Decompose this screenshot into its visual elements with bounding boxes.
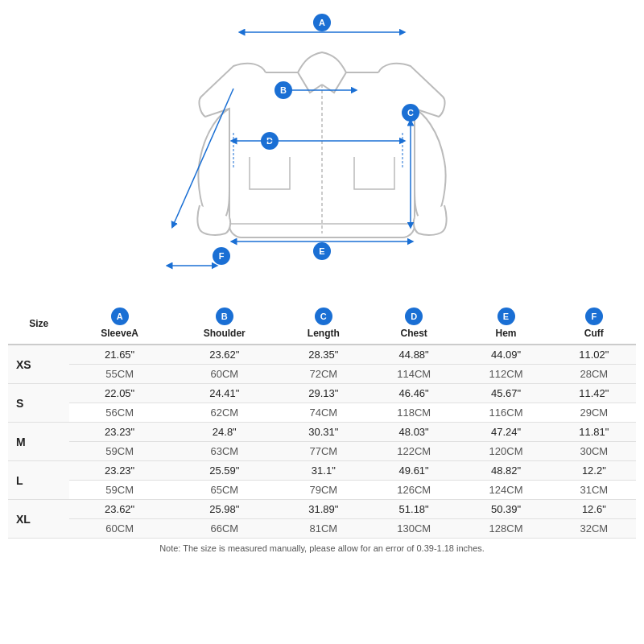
table-row-cm: 55CM60CM72CM114CM112CM28CM [8,365,636,384]
cell-shoulder-cm: 62CM [170,403,279,423]
cell-hem-cm: 116CM [460,403,551,423]
cell-sleeve-cm: 55CM [69,365,170,384]
cell-length-inches: 29.13" [279,384,368,403]
cell-shoulder-cm: 63CM [170,442,279,461]
cell-hem-inches: 48.82" [460,461,551,481]
cell-length-cm: 72CM [279,365,368,384]
col-header-hem: E Hem [460,304,551,345]
cell-shoulder-cm: 60CM [170,365,279,384]
col-header-chest: D Chest [368,304,460,345]
cell-chest-cm: 114CM [368,365,460,384]
cell-cuff-cm: 31CM [552,481,636,500]
badge-c: C [315,308,332,325]
cell-chest-inches: 51.18" [368,500,460,519]
size-table-container: Size A SleeveA B Shoulder [8,304,636,553]
cell-shoulder-cm: 66CM [170,519,279,539]
cell-hem-cm: 128CM [460,519,551,539]
table-row: M23.23"24.8"30.31"48.03"47.24"11.81" [8,423,636,442]
cell-chest-inches: 44.88" [368,345,460,365]
cell-cuff-inches: 12.6" [552,500,636,519]
size-table: Size A SleeveA B Shoulder [8,304,636,539]
table-body: XS21.65"23.62"28.35"44.88"44.09"11.02"55… [8,345,636,539]
size-note: Note: The size is measured manually, ple… [8,543,636,553]
cell-chest-inches: 46.46" [368,384,460,403]
cell-cuff-inches: 11.81" [552,423,636,442]
cell-length-inches: 28.35" [279,345,368,365]
cell-sleeve-cm: 59CM [69,442,170,461]
col-label-sleeve: SleeveA [101,328,138,339]
cell-hem-cm: 124CM [460,481,551,500]
cell-length-cm: 79CM [279,481,368,500]
cell-sleeve-cm: 56CM [69,403,170,423]
col-label-cuff: Cuff [584,328,604,339]
table-header-row: Size A SleeveA B Shoulder [8,304,636,345]
table-row-cm: 59CM63CM77CM122CM120CM30CM [8,442,636,461]
badge-f: F [585,308,603,325]
cell-shoulder-inches: 25.59" [170,461,279,481]
cell-sleeve-cm: 59CM [69,481,170,500]
badge-e: E [497,308,515,325]
cell-cuff-cm: 30CM [552,442,636,461]
cell-cuff-cm: 28CM [552,365,636,384]
cell-sleeve-inches: 21.65" [69,345,170,365]
cell-shoulder-cm: 65CM [170,481,279,500]
cell-sleeve-inches: 23.23" [69,461,170,481]
cell-hem-cm: 120CM [460,442,551,461]
cell-sleeve-inches: 22.05" [69,384,170,403]
col-label-shoulder: Shoulder [204,328,246,339]
col-header-size: Size [8,304,69,345]
table-row: XS21.65"23.62"28.35"44.88"44.09"11.02" [8,345,636,365]
col-header-cuff: F Cuff [552,304,636,345]
cell-chest-cm: 122CM [368,442,460,461]
badge-a: A [111,308,129,325]
cell-shoulder-inches: 23.62" [170,345,279,365]
cell-shoulder-inches: 24.8" [170,423,279,442]
col-label-size: Size [29,318,48,329]
table-row: S22.05"24.41"29.13"46.46"45.67"11.42" [8,384,636,403]
cell-chest-inches: 48.03" [368,423,460,442]
cell-hem-inches: 45.67" [460,384,551,403]
page-wrapper: A B C D E F [0,0,644,644]
table-row-cm: 60CM66CM81CM130CM128CM32CM [8,519,636,539]
col-header-sleeve: A SleeveA [69,304,170,345]
table-row: L23.23"25.59"31.1"49.61"48.82"12.2" [8,461,636,481]
cell-shoulder-inches: 24.41" [170,384,279,403]
cell-hem-inches: 44.09" [460,345,551,365]
cell-length-inches: 31.1" [279,461,368,481]
cell-size: S [8,384,69,423]
col-header-length: C Length [279,304,368,345]
cell-length-cm: 74CM [279,403,368,423]
cell-hem-cm: 112CM [460,365,551,384]
cell-cuff-inches: 11.42" [552,384,636,403]
cell-size: L [8,461,69,500]
col-label-hem: Hem [496,328,517,339]
cell-size: XS [8,345,69,384]
cell-length-cm: 81CM [279,519,368,539]
table-row: XL23.62"25.98"31.89"51.18"50.39"12.6" [8,500,636,519]
cell-sleeve-inches: 23.62" [69,500,170,519]
cell-chest-cm: 130CM [368,519,460,539]
cell-sleeve-cm: 60CM [69,519,170,539]
cell-cuff-cm: 29CM [552,403,636,423]
cell-cuff-inches: 12.2" [552,461,636,481]
col-label-chest: Chest [400,328,427,339]
cell-hem-inches: 47.24" [460,423,551,442]
cell-size: M [8,423,69,461]
jacket-diagram: A B C D E F [97,8,547,298]
cell-chest-inches: 49.61" [368,461,460,481]
cell-chest-cm: 118CM [368,403,460,423]
cell-length-inches: 31.89" [279,500,368,519]
cell-cuff-inches: 11.02" [552,345,636,365]
badge-b: B [216,308,233,325]
cell-size: XL [8,500,69,539]
cell-length-inches: 30.31" [279,423,368,442]
jacket-illustration [185,8,459,274]
cell-shoulder-inches: 25.98" [170,500,279,519]
col-label-length: Length [308,328,340,339]
cell-hem-inches: 50.39" [460,500,551,519]
cell-length-cm: 77CM [279,442,368,461]
cell-chest-cm: 126CM [368,481,460,500]
col-header-shoulder: B Shoulder [170,304,279,345]
badge-d: D [405,308,423,325]
table-row-cm: 59CM65CM79CM126CM124CM31CM [8,481,636,500]
